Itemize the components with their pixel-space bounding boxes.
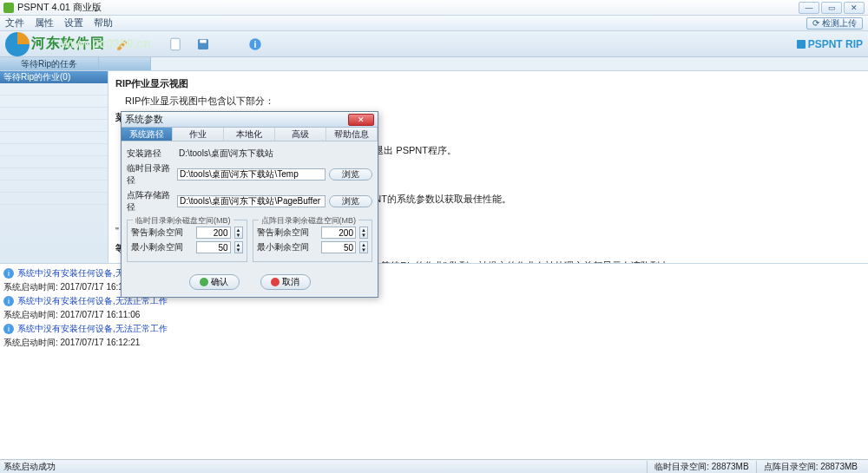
dtab-local[interactable]: 本地化 <box>224 128 275 141</box>
app-icon <box>3 3 14 13</box>
status-buffer-space: 点阵目录空间: 28873MB <box>756 461 865 473</box>
group-buffer-space: 点阵目录剩余磁盘空间(MB) 警告剩余空间 ▲▼ 最小剩余空间 ▲▼ <box>253 220 373 262</box>
status-temp-space: 临时目录空间: 28873MB <box>647 461 755 473</box>
browse-buffer-button[interactable]: 浏览 <box>329 195 372 207</box>
input-temp-min[interactable] <box>196 241 231 253</box>
info-badge-icon: i <box>3 324 14 334</box>
cancel-icon <box>271 278 279 286</box>
check-icon <box>200 278 208 286</box>
new-doc-icon[interactable] <box>166 35 185 54</box>
menubar: 文件 属性 设置 帮助 ⟳ 检测上传 <box>0 16 868 31</box>
spinner[interactable]: ▲▼ <box>234 241 243 253</box>
tab-waiting-rip[interactable]: 等待Rip的任务 <box>0 57 99 70</box>
system-params-dialog: 系统参数 ✕ 系统路径 作业 本地化 高级 帮助信息 安装路径 D:\tools… <box>121 111 378 298</box>
input-buffer-path[interactable] <box>177 195 326 207</box>
dialog-titlebar[interactable]: 系统参数 ✕ <box>122 112 378 128</box>
window-title: PSPNT 4.01 商业版 <box>17 1 799 14</box>
menu-file[interactable]: 文件 <box>5 16 24 30</box>
window-titlebar: PSPNT 4.01 商业版 — ▭ ✕ <box>0 0 868 16</box>
tab-bar: 等待Rip的任务 <box>0 57 868 71</box>
menu-properties[interactable]: 属性 <box>35 16 54 30</box>
toolbar: 河东软件园 www.pc0359.cn i PSPNT RIP <box>0 31 868 57</box>
label-install-path: 安装路径 <box>127 148 174 160</box>
maximize-button[interactable]: ▭ <box>821 2 842 14</box>
spinner[interactable]: ▲▼ <box>234 227 243 239</box>
statusbar: 系统启动成功 临时目录空间: 28873MB 点阵目录空间: 28873MB <box>0 459 868 473</box>
menu-help[interactable]: 帮助 <box>94 16 113 30</box>
menu-settings[interactable]: 设置 <box>64 16 83 30</box>
dtab-system-path[interactable]: 系统路径 <box>122 128 173 141</box>
tab-empty[interactable] <box>99 57 151 70</box>
dialog-title: 系统参数 <box>125 113 163 126</box>
log-time: 系统启动时间: 2017/07/17 16:12:21 <box>3 337 865 349</box>
save-icon[interactable] <box>194 35 213 54</box>
log-time: 系统启动时间: 2017/07/17 16:11:06 <box>3 309 865 321</box>
dialog-close-button[interactable]: ✕ <box>348 114 374 126</box>
spinner[interactable]: ▲▼ <box>359 241 368 253</box>
dtab-advanced[interactable]: 高级 <box>275 128 326 141</box>
group-temp-space: 临时目录剩余磁盘空间(MB) 警告剩余空间 ▲▼ 最小剩余空间 ▲▼ <box>127 220 247 262</box>
site-logo: 河东软件园 <box>5 32 105 56</box>
spinner[interactable]: ▲▼ <box>359 227 368 239</box>
info-badge-icon: i <box>3 268 14 279</box>
browse-temp-button[interactable]: 浏览 <box>329 168 372 181</box>
input-temp-path[interactable] <box>177 168 326 181</box>
input-temp-warn[interactable] <box>196 227 231 239</box>
input-buf-warn[interactable] <box>321 227 356 239</box>
upload-button[interactable]: ⟳ 检测上传 <box>806 17 863 30</box>
cancel-button[interactable]: 取消 <box>260 274 311 290</box>
svg-rect-0 <box>171 38 181 50</box>
info-badge-icon: i <box>3 296 14 306</box>
dtab-job[interactable]: 作业 <box>173 128 224 141</box>
label-temp-path: 临时目录路径 <box>127 162 174 187</box>
minimize-button[interactable]: — <box>799 2 819 14</box>
edit-icon[interactable] <box>114 35 133 54</box>
info-icon[interactable]: i <box>246 35 265 54</box>
label-buffer-path: 点阵存储路径 <box>127 189 174 214</box>
ok-button[interactable]: 确认 <box>189 274 240 290</box>
input-buf-min[interactable] <box>321 241 356 253</box>
svg-rect-2 <box>200 39 207 43</box>
brand-label: PSPNT RIP <box>797 38 863 50</box>
value-install-path: D:\tools\桌面\河东下载站 <box>177 148 372 160</box>
dialog-tabs: 系统路径 作业 本地化 高级 帮助信息 <box>122 128 378 141</box>
dtab-help[interactable]: 帮助信息 <box>326 128 378 141</box>
sidebar: 等待Rip的作业(0) <box>0 71 108 263</box>
status-text: 系统启动成功 <box>3 461 56 473</box>
doc-heading-1: RIP作业显示视图 <box>115 76 861 92</box>
close-button[interactable]: ✕ <box>844 2 865 14</box>
log-entry: i系统中没有安装任何设备,无法正常工作 <box>3 323 865 335</box>
svg-text:i: i <box>254 38 257 49</box>
sidebar-title: 等待Rip的作业(0) <box>0 71 108 83</box>
doc-p1: RIP作业显示视图中包含以下部分： <box>115 94 861 109</box>
